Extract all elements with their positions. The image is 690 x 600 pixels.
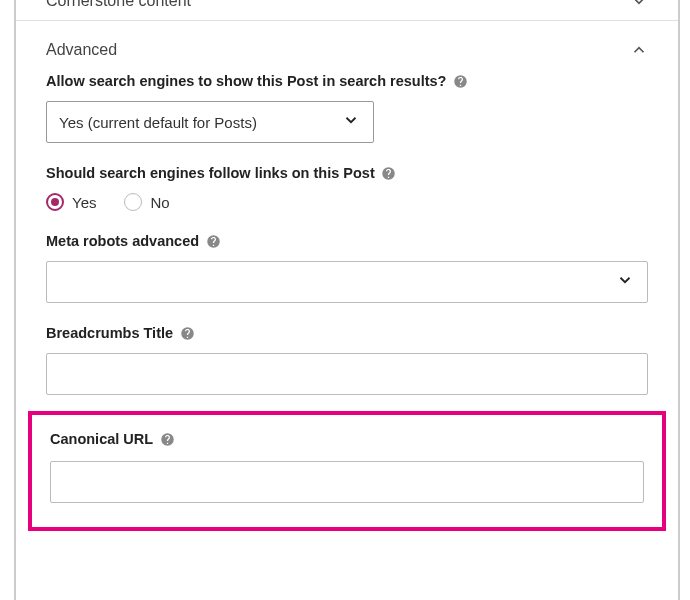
follow-links-radios: Yes No: [46, 193, 648, 211]
settings-panel: Cornerstone content Advanced Allow searc…: [14, 0, 680, 600]
follow-links-label-text: Should search engines follow links on th…: [46, 165, 375, 181]
allow-search-select[interactable]: Yes (current default for Posts): [46, 101, 374, 143]
meta-robots-field: Meta robots advanced: [46, 233, 648, 303]
radio-no-circle: [124, 193, 142, 211]
meta-robots-label: Meta robots advanced: [46, 233, 648, 249]
follow-links-label: Should search engines follow links on th…: [46, 165, 648, 181]
help-icon[interactable]: [159, 431, 175, 447]
breadcrumbs-label: Breadcrumbs Title: [46, 325, 648, 341]
allow-search-field: Allow search engines to show this Post i…: [46, 73, 648, 143]
breadcrumbs-label-text: Breadcrumbs Title: [46, 325, 173, 341]
radio-yes-circle: [46, 193, 64, 211]
allow-search-label-text: Allow search engines to show this Post i…: [46, 73, 446, 89]
allow-search-value: Yes (current default for Posts): [59, 114, 257, 131]
cornerstone-title: Cornerstone content: [46, 0, 191, 10]
chevron-up-icon: [630, 41, 648, 59]
radio-yes[interactable]: Yes: [46, 193, 96, 211]
help-icon[interactable]: [381, 165, 397, 181]
radio-yes-dot: [51, 198, 59, 206]
allow-search-label: Allow search engines to show this Post i…: [46, 73, 648, 89]
breadcrumbs-field: Breadcrumbs Title: [46, 325, 648, 395]
radio-yes-label: Yes: [72, 194, 96, 211]
cornerstone-header[interactable]: Cornerstone content: [16, 0, 678, 20]
help-icon[interactable]: [179, 325, 195, 341]
canonical-label-text: Canonical URL: [50, 431, 153, 447]
canonical-input[interactable]: [50, 461, 644, 503]
cornerstone-section: Cornerstone content: [16, 0, 678, 20]
advanced-title: Advanced: [46, 41, 117, 59]
meta-robots-select[interactable]: [46, 261, 648, 303]
breadcrumbs-input[interactable]: [46, 353, 648, 395]
help-icon[interactable]: [205, 233, 221, 249]
radio-no-label: No: [150, 194, 169, 211]
canonical-label: Canonical URL: [50, 431, 644, 447]
advanced-header[interactable]: Advanced: [16, 21, 678, 73]
help-icon[interactable]: [452, 73, 468, 89]
chevron-down-icon: [630, 0, 648, 10]
radio-no[interactable]: No: [124, 193, 169, 211]
follow-links-field: Should search engines follow links on th…: [46, 165, 648, 211]
allow-search-select-wrap: Yes (current default for Posts): [46, 101, 374, 143]
advanced-body: Allow search engines to show this Post i…: [16, 73, 678, 411]
meta-robots-label-text: Meta robots advanced: [46, 233, 199, 249]
meta-robots-select-wrap: [46, 261, 648, 303]
advanced-section: Advanced Allow search engines to show th…: [16, 20, 678, 531]
canonical-highlight: Canonical URL: [28, 411, 666, 531]
